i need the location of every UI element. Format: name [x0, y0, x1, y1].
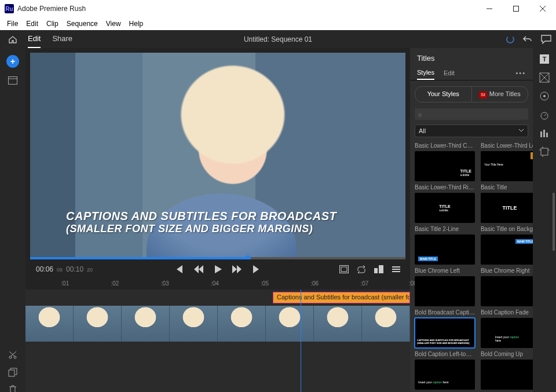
speed-tool-button[interactable] [539, 109, 550, 120]
app-topbar: Edit Share Untitled: Sequence 01 [0, 30, 556, 48]
left-rail: + [0, 48, 25, 392]
clip-thumb[interactable] [170, 306, 218, 342]
preset-item[interactable]: Bold Coming Up [481, 349, 533, 390]
home-icon [8, 35, 17, 44]
clip-thumb[interactable] [218, 306, 266, 342]
preset-item[interactable]: Basic Lower-Third LeftYour Title Here [481, 141, 533, 181]
preset-item-selected[interactable]: Bold Broadcast Capti…CAPTIONS AND SUBTIT… [415, 307, 475, 348]
zoom-fit-button[interactable] [374, 265, 383, 273]
svg-rect-19 [543, 130, 545, 137]
svg-point-3 [14, 356, 16, 358]
svg-rect-20 [546, 133, 548, 137]
panel-scrollbar[interactable] [553, 193, 555, 251]
viewer-menu-button[interactable] [392, 265, 401, 273]
window-title: Adobe Premiere Rush [17, 5, 86, 13]
category-dropdown[interactable]: All [415, 124, 528, 137]
svg-rect-10 [379, 265, 383, 273]
scissors-button[interactable] [8, 350, 17, 360]
right-rail: T [533, 48, 556, 392]
svg-rect-4 [9, 370, 14, 376]
loop-button[interactable] [357, 265, 366, 273]
document-title: Untitled: Sequence 01 [244, 35, 312, 43]
add-media-button[interactable]: + [6, 55, 19, 68]
undo-button[interactable] [522, 34, 533, 45]
maximize-button[interactable] [503, 0, 529, 17]
play-button[interactable] [214, 265, 222, 273]
tab-edit[interactable]: Edit [28, 30, 41, 48]
svg-rect-0 [514, 6, 519, 12]
preset-item[interactable]: Basic Lower-Third C…TITLEsubtitle [415, 141, 475, 181]
titles-tool-button[interactable]: T [539, 54, 550, 64]
menu-sequence[interactable]: Sequence [63, 19, 101, 29]
audio-tool-button[interactable] [539, 128, 550, 138]
tab-share[interactable]: Share [52, 30, 72, 48]
playhead[interactable] [301, 290, 301, 392]
project-panel-button[interactable] [8, 76, 17, 85]
svg-rect-21 [541, 148, 548, 155]
color-tool-button[interactable] [539, 91, 550, 101]
home-button[interactable] [0, 35, 25, 44]
clip-thumb[interactable] [314, 306, 362, 342]
clip-thumb[interactable] [25, 306, 74, 342]
clip-thumb[interactable] [74, 306, 122, 342]
timecode: 00:0609 00:1020 [36, 265, 93, 273]
clip-thumb[interactable] [362, 306, 410, 342]
stock-badge-icon: St [479, 91, 487, 98]
preset-item[interactable]: Bold Caption FadeInsert your caption her… [481, 307, 533, 348]
duplicate-button[interactable] [8, 368, 17, 377]
svg-point-2 [9, 356, 12, 358]
step-back-button[interactable] [194, 265, 203, 273]
svg-rect-1 [9, 77, 17, 85]
menubar: File Edit Clip Sequence View Help [0, 17, 556, 30]
sync-spinner-icon [506, 35, 514, 43]
clip-thumb[interactable] [266, 306, 314, 342]
svg-rect-8 [341, 267, 347, 272]
panel-title: Titles [410, 48, 533, 66]
chevron-down-icon [518, 127, 524, 133]
your-styles-toggle[interactable]: Your Styles [415, 87, 472, 102]
go-start-button[interactable] [174, 265, 184, 273]
timeline[interactable]: Captions and Subtitles for broadcast (sm… [25, 290, 410, 392]
menu-file[interactable]: File [3, 19, 21, 29]
comment-button[interactable] [541, 35, 551, 44]
svg-text:T: T [543, 56, 547, 63]
menu-edit[interactable]: Edit [23, 19, 42, 29]
svg-point-16 [543, 95, 546, 97]
fullscreen-button[interactable] [339, 265, 349, 273]
transform-tool-button[interactable] [539, 146, 550, 157]
preset-item[interactable]: Basic Lower-Third Ri…TITLEsubtitle [415, 182, 475, 223]
preset-item[interactable]: Basic Title 2-LineMAIN TITLE [415, 224, 475, 265]
panel-menu-button[interactable]: ••• [515, 67, 526, 79]
app-logo-icon: Ru [5, 4, 14, 13]
preset-grid: Basic Lower-Third C…TITLEsubtitle Basic … [410, 140, 533, 392]
preset-item[interactable]: Blue Chrome Left [415, 266, 475, 306]
program-monitor[interactable]: CAPTIONS AND SUBTITLES FOR BROADCAST (SM… [30, 53, 405, 259]
preset-item[interactable]: Bold Caption Left-to…Insert your caption… [415, 349, 475, 390]
menu-view[interactable]: View [103, 19, 125, 29]
panel-tab-edit[interactable]: Edit [444, 67, 455, 79]
minimize-button[interactable] [476, 0, 503, 17]
panel-tab-styles[interactable]: Styles [417, 66, 434, 80]
clip-thumb[interactable] [122, 306, 170, 342]
time-ruler[interactable]: :01 :02 :03 :04 :05 :06 :07 :08 [30, 279, 405, 290]
video-track[interactable] [25, 306, 410, 342]
go-end-button[interactable] [252, 265, 261, 273]
menu-help[interactable]: Help [126, 19, 147, 29]
transitions-tool-button[interactable] [539, 72, 550, 83]
caption-overlay: CAPTIONS AND SUBTITLES FOR BROADCAST (SM… [66, 210, 336, 235]
delete-button[interactable] [8, 385, 17, 392]
preset-item[interactable]: Basic TitleTITLE [481, 182, 533, 223]
menu-clip[interactable]: Clip [43, 19, 62, 29]
more-titles-toggle[interactable]: StMore Titles [472, 87, 528, 102]
close-button[interactable] [529, 0, 556, 17]
titles-panel: Titles Styles Edit ••• Your Styles StMor… [410, 48, 533, 392]
os-titlebar: Ru Adobe Premiere Rush [0, 0, 556, 17]
step-fwd-button[interactable] [232, 265, 242, 273]
search-input[interactable]: ⌕ [415, 108, 528, 120]
preset-item[interactable]: Basic Title on Backg…MAIN TITLE [481, 224, 533, 265]
svg-rect-9 [374, 268, 378, 273]
svg-rect-18 [540, 131, 542, 137]
title-clip[interactable]: Captions and Subtitles for broadcast (sm… [273, 292, 410, 303]
preset-item[interactable]: Blue Chrome Right [481, 266, 533, 306]
